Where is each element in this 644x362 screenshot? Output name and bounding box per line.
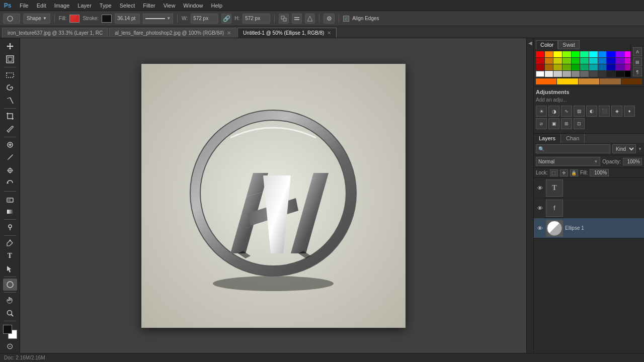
tab-3-close[interactable]: ✕ <box>327 30 331 36</box>
gradient-tool[interactable] <box>3 206 17 218</box>
layer-visibility-fx[interactable]: 👁 <box>536 204 544 212</box>
path-operations-btn[interactable] <box>279 14 289 24</box>
swatch-spring[interactable] <box>580 51 589 57</box>
swatch-violet[interactable] <box>616 51 624 57</box>
swatch-orange[interactable] <box>545 51 553 57</box>
zoom-tool[interactable] <box>3 307 17 319</box>
channels-tab[interactable]: Chan <box>561 134 585 143</box>
swatch-g1[interactable] <box>545 71 553 77</box>
magic-wand-tool[interactable] <box>3 95 17 107</box>
stroke-line-style[interactable]: ▼ <box>143 14 173 24</box>
swatch-g9[interactable] <box>616 71 624 77</box>
stroke-width-input[interactable]: 36.14 pt <box>115 14 140 24</box>
menu-edit[interactable]: Edit <box>33 2 50 10</box>
constrain-proportions-icon[interactable]: 🔗 <box>221 14 231 24</box>
swatch-e2[interactable] <box>557 78 578 84</box>
swatch-darkorange[interactable] <box>545 58 553 64</box>
sidebar-icon-3[interactable]: ¶ <box>633 67 642 76</box>
sidebar-icon-1[interactable]: A <box>633 47 642 56</box>
swatch-darkblue[interactable] <box>607 58 615 64</box>
swatch-darkcyan[interactable] <box>589 58 598 64</box>
adj-vibrance-icon[interactable]: ⬛ <box>599 106 610 117</box>
quick-mask-btn[interactable]: ⊙ <box>7 341 13 351</box>
eraser-tool[interactable] <box>3 193 17 205</box>
swatch-e1[interactable] <box>536 78 556 84</box>
swatch-darkred[interactable] <box>536 58 544 64</box>
fill-color-swatch[interactable] <box>69 15 79 23</box>
swatch-azure[interactable] <box>598 51 607 57</box>
healing-tool[interactable] <box>3 139 17 151</box>
swatch-g4[interactable] <box>572 71 580 77</box>
menu-view[interactable]: View <box>160 2 179 10</box>
swatch-blue[interactable] <box>607 51 615 57</box>
swatch-green[interactable] <box>572 51 580 57</box>
layer-item-text[interactable]: 👁 T <box>534 178 644 198</box>
panel-collapse-button[interactable]: ◀ <box>526 38 533 353</box>
adj-curves-icon[interactable]: ∿ <box>561 106 572 117</box>
swatch-red[interactable] <box>536 51 544 57</box>
swatch-r3-8[interactable] <box>598 64 607 70</box>
swatch-r3-1[interactable] <box>536 64 544 70</box>
swatch-darkspring[interactable] <box>580 58 589 64</box>
hand-tool[interactable] <box>3 294 17 306</box>
layer-mode-dropdown[interactable]: Normal ▼ <box>536 157 600 166</box>
path-select-tool[interactable] <box>3 263 17 275</box>
shape-settings-btn[interactable]: ⚙ <box>324 14 335 24</box>
menu-image[interactable]: Image <box>51 2 73 10</box>
swatch-e3[interactable] <box>579 78 599 84</box>
foreground-background-colors[interactable] <box>3 325 17 339</box>
adj-more-icon[interactable]: ⊡ <box>574 118 585 129</box>
swatch-g7[interactable] <box>598 71 607 77</box>
canvas-area[interactable] <box>20 38 526 353</box>
tab-3[interactable]: Untitled-1 @ 50% (Ellipse 1, RGB/8) ✕ <box>237 28 337 38</box>
menu-file[interactable]: File <box>16 2 32 10</box>
marquee-tool[interactable] <box>3 69 17 81</box>
dodge-tool[interactable] <box>3 221 17 233</box>
layers-filter-toggle[interactable]: ▼ <box>638 147 642 151</box>
shape-tool[interactable] <box>3 279 17 291</box>
swatch-darkchartreuse[interactable] <box>562 58 571 64</box>
swatch-r3-9[interactable] <box>607 64 615 70</box>
swatch-g8[interactable] <box>607 71 615 77</box>
swatch-white[interactable] <box>536 71 544 77</box>
adj-photofilter-icon[interactable]: ♦ <box>624 106 635 117</box>
swatch-darkviolet[interactable] <box>616 58 624 64</box>
crop-tool[interactable] <box>3 110 17 122</box>
stroke-color-swatch[interactable] <box>102 15 112 23</box>
swatch-g6[interactable] <box>589 71 598 77</box>
adj-contrast-icon[interactable]: ◑ <box>548 106 559 117</box>
swatch-r3-3[interactable] <box>553 64 562 70</box>
adj-hue-icon[interactable]: ◐ <box>586 106 597 117</box>
swatch-g3[interactable] <box>562 71 571 77</box>
swatch-g5[interactable] <box>580 71 589 77</box>
tab-2-close[interactable]: ✕ <box>227 30 231 36</box>
brush-tool[interactable] <box>3 151 17 163</box>
swatches-tab[interactable]: Swat <box>558 40 579 49</box>
align-edges-checkbox[interactable]: ✓ <box>343 16 349 22</box>
layer-visibility-text[interactable]: 👁 <box>536 184 544 192</box>
color-tab[interactable]: Color <box>536 40 558 49</box>
lock-position-icon[interactable]: ✛ <box>560 169 568 176</box>
menu-window[interactable]: Window <box>180 2 206 10</box>
path-alignment-btn[interactable] <box>292 14 302 24</box>
pen-tool[interactable] <box>3 237 17 249</box>
swatch-r3-7[interactable] <box>589 64 598 70</box>
menu-type[interactable]: Type <box>96 2 115 10</box>
menu-select[interactable]: Select <box>116 2 139 10</box>
swatch-e5[interactable] <box>621 78 642 84</box>
adj-posterize-icon[interactable]: ⊞ <box>561 118 572 129</box>
foreground-color[interactable] <box>3 325 12 334</box>
swatch-chartreuse[interactable] <box>562 51 571 57</box>
menu-filter[interactable]: Filter <box>139 2 158 10</box>
swatch-r3-2[interactable] <box>545 64 553 70</box>
layers-kind-select[interactable]: Kind <box>612 144 636 153</box>
sidebar-icon-2[interactable]: ▤ <box>633 57 642 66</box>
artboard-tool[interactable] <box>3 53 17 65</box>
layer-item-fx[interactable]: 👁 f <box>534 198 644 218</box>
adj-brightness-icon[interactable]: ☀ <box>536 106 547 117</box>
layers-search[interactable]: 🔍 <box>536 144 610 153</box>
layer-visibility-ellipse[interactable]: 👁 <box>536 224 544 232</box>
swatch-e4[interactable] <box>600 78 620 84</box>
swatch-cyan[interactable] <box>589 51 598 57</box>
eyedropper-tool[interactable] <box>3 123 17 135</box>
